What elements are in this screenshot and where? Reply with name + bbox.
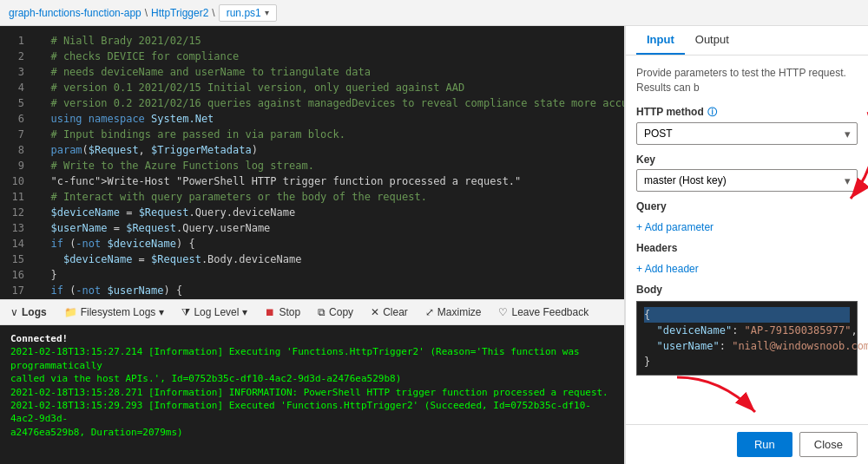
- panel-tab-input[interactable]: Input: [636, 26, 685, 55]
- breadcrumb-app[interactable]: graph-functions-function-app: [9, 7, 141, 19]
- code-toolbar: ∨ Logs 📁 Filesystem Logs ▾ ⧩ Log Level ▾…: [0, 299, 624, 325]
- logs-label: Logs: [22, 306, 47, 318]
- filter-icon: ⧩: [181, 306, 190, 318]
- ll-dropdown-icon: ▾: [242, 306, 247, 318]
- key-label: Key: [636, 154, 858, 166]
- code-editor: 123456789101112131415161718 # Niall Brad…: [0, 26, 625, 464]
- breadcrumb-trigger[interactable]: HttpTrigger2: [151, 7, 208, 19]
- filesystem-logs-button[interactable]: 📁 Filesystem Logs ▾: [61, 304, 168, 320]
- add-parameter-link[interactable]: + Add parameter: [636, 221, 713, 233]
- maximize-icon: ⤢: [425, 306, 434, 318]
- body-line: }: [644, 354, 850, 369]
- breadcrumb: graph-functions-function-app \ HttpTrigg…: [0, 0, 868, 26]
- log-level-button[interactable]: ⧩ Log Level ▾: [178, 304, 251, 320]
- file-dropdown-icon[interactable]: ▾: [265, 8, 269, 17]
- body-line: {: [644, 307, 850, 323]
- breadcrumb-sep2: \: [212, 7, 214, 19]
- headers-label: Headers: [636, 242, 858, 254]
- file-tab-selector[interactable]: run.ps1 ▾: [219, 4, 277, 22]
- fs-dropdown-icon: ▾: [159, 306, 164, 318]
- http-method-select-wrapper: GETPOSTPUTDELETEPATCH: [636, 122, 858, 145]
- code-lines[interactable]: # Niall Brady 2021/02/15 # checks DEVICE…: [31, 26, 624, 299]
- panel-tabs: InputOutput: [626, 26, 868, 56]
- body-line: "deviceName": "AP-791500385977",: [644, 323, 850, 338]
- key-select[interactable]: master (Host key)default (Function key): [636, 169, 858, 192]
- breadcrumb-sep1: \: [145, 7, 148, 19]
- http-method-select[interactable]: GETPOSTPUTDELETEPATCH: [636, 122, 858, 145]
- heart-icon: ♡: [498, 306, 508, 318]
- logs-toggle[interactable]: ∨ Logs: [7, 304, 50, 320]
- close-button[interactable]: Close: [799, 432, 858, 457]
- line-numbers: 123456789101112131415161718: [0, 26, 31, 299]
- leave-feedback-button[interactable]: ♡ Leave Feedback: [495, 304, 592, 320]
- copy-button[interactable]: ⧉ Copy: [314, 304, 357, 320]
- query-label: Query: [636, 200, 858, 212]
- stop-button[interactable]: ⏹ Stop: [261, 304, 304, 320]
- maximize-button[interactable]: ⤢ Maximize: [422, 304, 485, 320]
- panel-content: Provide parameters to test the HTTP requ…: [626, 56, 868, 424]
- body-line: "userName": "niall@windowsnoob.com": [644, 338, 850, 354]
- body-editor[interactable]: { "deviceName": "AP-791500385977", "user…: [636, 301, 858, 376]
- run-button[interactable]: Run: [737, 432, 792, 457]
- panel-footer: Run Close: [626, 424, 868, 464]
- key-select-wrapper: master (Host key)default (Function key): [636, 169, 858, 192]
- body-label: Body: [636, 284, 858, 296]
- logs-area: Connected!2021-02-18T13:15:27.214 [Infor…: [0, 325, 624, 464]
- http-method-info-icon[interactable]: ⓘ: [707, 106, 717, 119]
- add-header-link[interactable]: + Add header: [636, 263, 699, 275]
- copy-icon: ⧉: [318, 306, 326, 318]
- http-method-label: HTTP method ⓘ: [636, 106, 858, 119]
- code-content[interactable]: 123456789101112131415161718 # Niall Brad…: [0, 26, 624, 299]
- active-file-tab: run.ps1: [227, 7, 261, 19]
- panel-tab-output[interactable]: Output: [685, 26, 740, 55]
- stop-icon: ⏹: [265, 306, 275, 318]
- logs-chevron-icon: ∨: [10, 306, 18, 318]
- clear-button[interactable]: ✕ Clear: [367, 304, 411, 320]
- panel-description: Provide parameters to test the HTTP requ…: [636, 66, 858, 95]
- right-panel: InputOutput Provide parameters to test t…: [625, 26, 868, 464]
- filesystem-icon: 📁: [64, 306, 77, 318]
- clear-icon: ✕: [371, 306, 379, 318]
